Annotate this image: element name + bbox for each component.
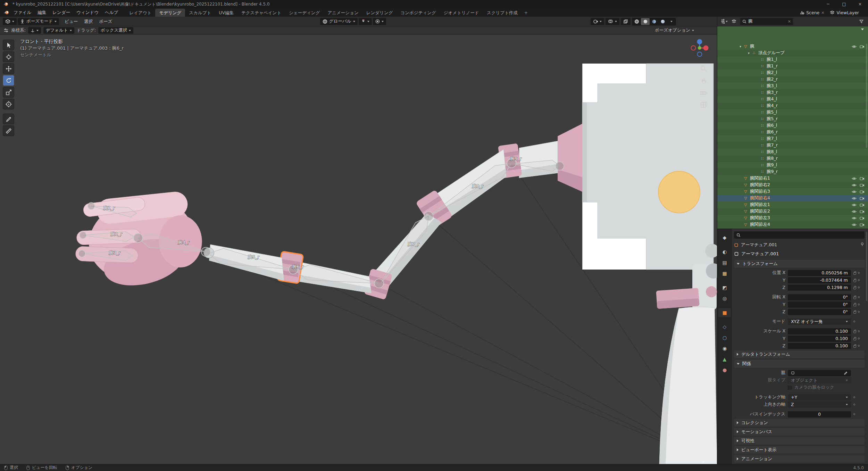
close-button[interactable]: × <box>852 0 868 8</box>
animate-dot[interactable] <box>853 321 855 322</box>
properties-tab-object-data[interactable]: ▲ <box>718 355 731 364</box>
hide-in-viewport-toggle[interactable] <box>852 196 857 201</box>
outliner-row[interactable]: ▽腕関節右3 <box>717 188 868 195</box>
outliner-row[interactable]: ∷腕7_r <box>717 142 868 149</box>
outliner-row[interactable]: ▽腕関節右1 <box>717 175 868 182</box>
menu-item[interactable]: レンダー <box>49 8 73 17</box>
outliner[interactable]: ▾▽腕▾∴頂点グループ∷腕1_l∷腕1_r∷腕2_l∷腕2_r∷腕3_l∷腕3_… <box>717 26 868 229</box>
animate-dot[interactable] <box>853 404 855 405</box>
xray-toggle[interactable] <box>621 18 631 25</box>
properties-tab-world[interactable]: ◎ <box>718 294 731 303</box>
up-axis-dropdown[interactable]: Z <box>788 402 851 408</box>
outliner-row[interactable]: ∷腕2_r <box>717 76 868 83</box>
hide-in-viewport-toggle[interactable] <box>852 222 857 227</box>
collapsed-section[interactable]: モーションパス <box>734 428 865 436</box>
workspace-tab[interactable]: レンダリング <box>362 9 397 17</box>
disable-in-renders-toggle[interactable] <box>860 216 865 221</box>
outliner-row[interactable]: ▾∴頂点グループ <box>717 50 868 56</box>
workspace-tab[interactable]: コンポジティング <box>397 9 440 17</box>
lock-icon[interactable] <box>853 331 856 333</box>
animate-dot[interactable] <box>853 413 855 415</box>
outliner-row[interactable]: ∷腕4_r <box>717 102 868 109</box>
properties-search-input[interactable] <box>734 231 865 239</box>
workspace-tab[interactable]: シェーディング <box>285 9 324 17</box>
pin-icon[interactable] <box>860 242 865 248</box>
hide-in-viewport-toggle[interactable] <box>852 183 857 188</box>
pan-button[interactable] <box>699 76 708 85</box>
animate-dot[interactable] <box>858 296 860 298</box>
toggle-ortho-button[interactable] <box>699 100 708 109</box>
animate-dot[interactable] <box>858 311 860 313</box>
tool-transform-button[interactable] <box>3 99 14 109</box>
pose-options-dropdown[interactable]: ポーズオプション <box>655 27 694 33</box>
show-overlays-dropdown[interactable] <box>606 18 619 25</box>
outliner-row[interactable]: ∷腕5_l <box>717 109 868 116</box>
workspace-tab[interactable]: アニメーション <box>324 9 362 17</box>
outliner-row[interactable]: ▾▽腕 <box>717 43 868 50</box>
transform-orientation-selector[interactable]: グローバル <box>320 18 358 25</box>
location-y-field[interactable]: -0.037464 m <box>788 277 851 283</box>
animate-dot[interactable] <box>858 287 860 288</box>
viewport-menu-item[interactable]: 選択 <box>81 17 96 26</box>
shading-wireframe-button[interactable] <box>632 18 641 25</box>
object-name-row[interactable]: アーマチュア.001 <box>734 250 865 258</box>
show-gizmo-dropdown[interactable] <box>591 18 604 25</box>
animate-dot[interactable] <box>858 304 860 305</box>
location-x-field[interactable]: 0.050256 m <box>788 270 851 276</box>
collapsed-section[interactable]: コレクション <box>734 419 865 427</box>
properties-tab-object[interactable]: ■ <box>718 308 731 317</box>
properties-scrollbar[interactable] <box>866 232 867 301</box>
tool-select-box-button[interactable] <box>3 40 14 50</box>
outliner-row[interactable]: ∷腕1_r <box>717 63 868 69</box>
disable-in-renders-toggle[interactable] <box>860 44 865 49</box>
snap-toggle[interactable] <box>359 18 372 25</box>
lock-icon[interactable] <box>853 272 856 275</box>
menu-item[interactable]: ウィンドウ <box>73 8 102 17</box>
outliner-row[interactable]: ∷腕9_l <box>717 162 868 168</box>
menu-item[interactable]: 編集 <box>34 8 49 17</box>
outliner-collapse-chevron[interactable] <box>861 28 864 30</box>
animate-dot[interactable] <box>858 330 860 332</box>
disable-in-renders-toggle[interactable] <box>860 183 865 188</box>
properties-tab-scene[interactable]: ◩ <box>718 283 731 292</box>
parent-object-field[interactable] <box>788 370 851 376</box>
outliner-row[interactable]: ∷腕8_r <box>717 155 868 162</box>
properties-tab-render[interactable]: ◐ <box>718 247 731 256</box>
viewport-3d[interactable]: 腕1_r 腕2_r 腕3_r 腕4_r 腕5_r 腕6_r 腕7_r 腕8_r … <box>0 35 717 464</box>
editor-type-selector[interactable] <box>3 18 17 25</box>
pass-index-field[interactable]: 0 <box>788 411 851 418</box>
properties-tab-tool[interactable]: ◆ <box>718 233 731 242</box>
outliner-row[interactable]: ∷腕3_r <box>717 89 868 96</box>
lock-icon[interactable] <box>853 280 856 282</box>
hide-in-viewport-toggle[interactable] <box>852 216 857 221</box>
tool-cursor-button[interactable] <box>3 51 14 62</box>
outliner-row[interactable]: ∷腕1_l <box>717 56 868 63</box>
lock-icon[interactable] <box>853 287 856 289</box>
workspace-tab[interactable]: ジオメトリノード <box>440 9 483 17</box>
rotation-mode-dropdown[interactable]: XYZ オイラー角 <box>788 319 851 325</box>
blender-menu-icon[interactable] <box>3 10 10 15</box>
tool-annotate-button[interactable] <box>3 114 14 124</box>
animate-dot[interactable] <box>858 272 860 274</box>
workspace-tab[interactable]: UV編集 <box>215 9 237 17</box>
delta-transform-section[interactable]: デルタトランスフォーム <box>734 350 865 358</box>
outliner-display-mode[interactable] <box>730 18 738 25</box>
outliner-row[interactable]: ∷腕9_r <box>717 168 868 175</box>
shading-dropdown[interactable] <box>667 18 676 25</box>
collapsed-section[interactable]: アニメーション <box>734 455 865 463</box>
menu-item[interactable]: ファイル <box>10 8 34 17</box>
disable-in-renders-toggle[interactable] <box>860 189 865 194</box>
outliner-row[interactable]: ▽腕関節左2 <box>717 208 868 215</box>
outliner-row[interactable]: ▽腕関節左4 <box>717 221 868 228</box>
orientation-icon-dropdown[interactable] <box>28 27 41 34</box>
properties-tab-constraints[interactable]: ◉ <box>718 344 731 353</box>
rotation-y-field[interactable]: 0° <box>788 301 851 308</box>
outliner-row[interactable]: ∷腕3_l <box>717 83 868 89</box>
expander-icon[interactable]: ▾ <box>738 45 743 48</box>
collapsed-section[interactable]: ビューポート表示 <box>734 446 865 454</box>
eyedropper-icon[interactable] <box>844 371 848 375</box>
disable-in-renders-toggle[interactable] <box>860 209 865 214</box>
navigation-gizmo[interactable] <box>689 38 710 60</box>
disable-in-renders-toggle[interactable] <box>860 222 865 227</box>
scale-z-field[interactable]: 0.100 <box>788 343 851 349</box>
